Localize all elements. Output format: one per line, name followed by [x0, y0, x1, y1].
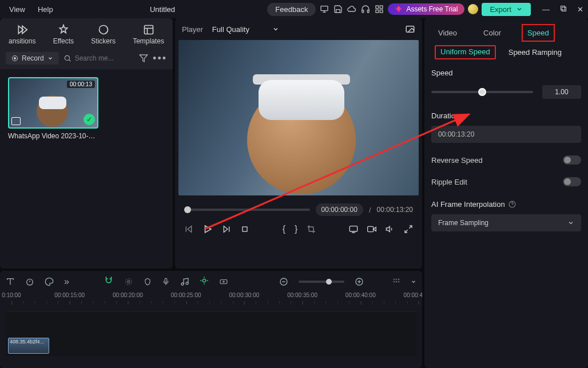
svg-rect-1 — [362, 10, 364, 13]
mic-icon[interactable] — [162, 277, 170, 286]
magnet-icon[interactable] — [104, 275, 114, 286]
auto-icon[interactable] — [200, 276, 209, 285]
subtab-speed-ramping[interactable]: Speed Ramping — [508, 48, 562, 57]
svg-rect-11 — [144, 26, 153, 34]
link-icon[interactable] — [124, 277, 133, 286]
export-button[interactable]: Export — [482, 3, 531, 16]
timer-icon[interactable] — [25, 277, 34, 286]
reverse-speed-label: Reverse Speed — [431, 156, 483, 165]
volume-icon[interactable] — [386, 225, 395, 234]
zoom-out-icon[interactable] — [279, 277, 288, 286]
svg-rect-58 — [394, 281, 395, 282]
duration-value[interactable]: 00:00:13:20 — [431, 126, 581, 143]
record-button[interactable]: Record — [6, 52, 59, 65]
preview-canvas[interactable] — [178, 40, 419, 195]
ripple-edit-toggle[interactable] — [563, 177, 581, 186]
maximize-button[interactable] — [560, 5, 567, 14]
zoom-slider[interactable] — [299, 281, 344, 283]
search-icon[interactable] — [63, 54, 71, 62]
snapshot-icon[interactable] — [405, 24, 415, 34]
help-icon[interactable] — [508, 201, 516, 208]
ripple-edit-label: Ripple Edit — [431, 178, 467, 186]
more-icon[interactable]: ••• — [153, 53, 167, 65]
tab-transitions[interactable]: ansitions — [5, 22, 39, 47]
camera-icon[interactable] — [367, 225, 376, 234]
cloud-icon[interactable] — [347, 4, 357, 14]
grid-view-icon[interactable] — [392, 278, 400, 286]
svg-marker-23 — [224, 226, 228, 233]
play-icon[interactable] — [202, 224, 213, 234]
clip-name: WhatsApp Video 2023-10-05... — [8, 132, 98, 140]
save-icon[interactable] — [333, 4, 343, 14]
chevron-down-icon — [567, 219, 574, 226]
display-icon[interactable] — [349, 225, 358, 234]
duration-label: Duration — [431, 111, 581, 120]
svg-point-49 — [223, 281, 224, 282]
svg-rect-28 — [368, 226, 374, 231]
play-forward-icon[interactable] — [222, 225, 231, 234]
speed-value[interactable]: 1.00 — [542, 85, 581, 99]
clip-duration-badge: 00:00:13 — [67, 81, 95, 88]
more-tools-icon[interactable]: » — [64, 277, 69, 287]
svg-marker-29 — [386, 226, 390, 231]
svg-point-43 — [202, 279, 205, 282]
ruler-tick: 00:00:30:00 — [229, 292, 259, 298]
speed-slider[interactable] — [431, 91, 533, 93]
timeline-track[interactable]: 408.35.4b2f4... — [6, 311, 416, 356]
export-label: Export — [490, 5, 511, 14]
filter-icon[interactable] — [139, 54, 148, 63]
tab-video[interactable]: Video — [435, 26, 460, 39]
headphones-icon[interactable] — [360, 4, 371, 14]
mark-out-icon[interactable]: } — [295, 224, 297, 234]
timeline-clip[interactable]: 408.35.4b2f4... — [8, 338, 49, 354]
palette-icon[interactable] — [45, 277, 54, 286]
chevron-down-icon — [272, 26, 279, 33]
svg-rect-5 — [380, 10, 383, 13]
ruler-tick: 00:00:15:00 — [54, 292, 85, 298]
close-button[interactable]: ✕ — [577, 5, 583, 14]
tab-color[interactable]: Color — [480, 26, 504, 39]
timeline-ruler[interactable]: 0:10:0000:00:15:0000:00:20:0000:00:25:00… — [6, 292, 416, 311]
marker-icon[interactable] — [144, 277, 152, 286]
menu-help[interactable]: Help — [33, 3, 58, 16]
svg-rect-25 — [243, 227, 247, 231]
tab-stickers[interactable]: Stickers — [88, 22, 119, 47]
apps-icon[interactable] — [374, 4, 384, 14]
assets-trial-button[interactable]: Assets Free Trial — [388, 3, 464, 15]
crop-icon[interactable] — [307, 225, 316, 234]
music-icon[interactable] — [180, 277, 189, 286]
prev-frame-icon[interactable] — [184, 225, 193, 234]
reverse-speed-toggle[interactable] — [563, 155, 581, 165]
clip-thumbnail[interactable]: 00:00:13 ✓ — [8, 77, 98, 129]
mark-in-icon[interactable]: { — [283, 224, 285, 234]
svg-rect-3 — [376, 6, 379, 9]
svg-rect-57 — [398, 278, 399, 279]
frame-icon[interactable] — [219, 278, 228, 286]
tab-effects[interactable]: Effects — [50, 22, 77, 47]
monitor-icon[interactable] — [319, 4, 329, 14]
menu-view[interactable]: View — [5, 3, 30, 16]
quality-dropdown[interactable]: Full Quality — [212, 25, 279, 34]
svg-marker-22 — [205, 226, 212, 233]
svg-rect-39 — [165, 278, 167, 282]
svg-rect-6 — [376, 10, 379, 13]
fullscreen-icon[interactable] — [404, 225, 413, 234]
minimize-button[interactable]: — — [542, 5, 550, 14]
tab-templates[interactable]: Templates — [129, 22, 168, 47]
preview-scrubber[interactable] — [184, 209, 310, 211]
zoom-in-icon[interactable] — [355, 277, 364, 286]
tab-speed[interactable]: Speed — [524, 26, 553, 39]
text-tool-icon[interactable] — [6, 277, 15, 286]
stop-icon[interactable] — [240, 225, 249, 234]
ai-interpolation-label: AI Frame Interpolation — [431, 200, 505, 209]
svg-point-41 — [181, 283, 184, 285]
theme-icon[interactable] — [468, 4, 478, 14]
document-title: Untitled — [61, 5, 264, 14]
subtab-uniform-speed[interactable]: Uniform Speed — [435, 45, 496, 59]
media-clip[interactable]: 00:00:13 ✓ WhatsApp Video 2023-10-05... — [8, 77, 98, 140]
interpolation-dropdown[interactable]: Frame Sampling — [431, 214, 581, 231]
chevron-down-icon[interactable] — [411, 279, 416, 285]
svg-rect-8 — [562, 7, 566, 11]
search-input[interactable] — [75, 54, 126, 62]
feedback-button[interactable]: Feedback — [267, 3, 316, 16]
